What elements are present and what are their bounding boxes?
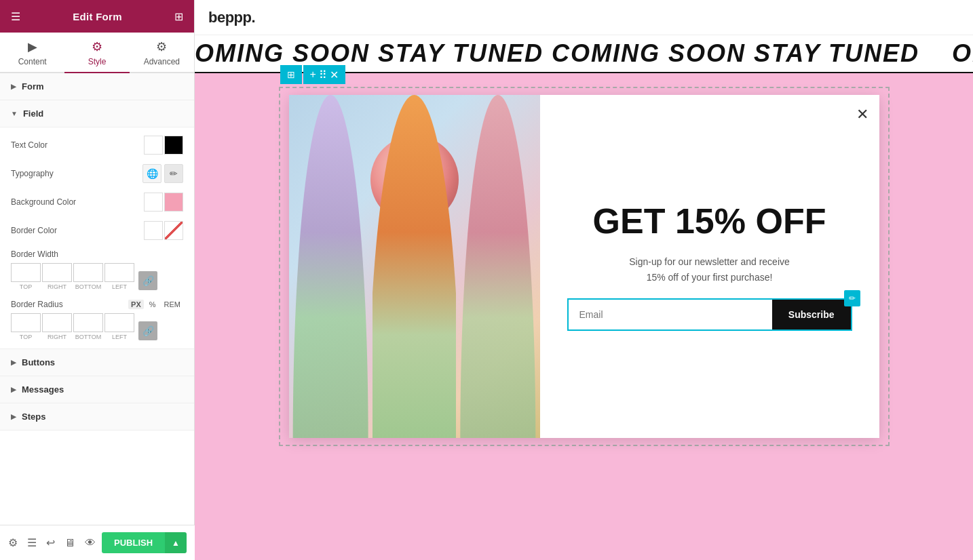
style-icon: ⚙ — [92, 39, 102, 54]
border-width-section: Border Width TOP RIGHT BOTTOM — [11, 249, 183, 290]
border-radius-link-btn[interactable]: 🔗 — [138, 321, 157, 340]
email-form-wrapper: Subscribe ✏ — [567, 298, 852, 331]
text-color-swatch-white[interactable] — [144, 136, 163, 155]
border-width-link-btn[interactable]: 🔗 — [138, 271, 157, 290]
bg-color-swatch-pink[interactable] — [164, 193, 183, 212]
typography-label: Typography — [11, 169, 142, 178]
field-section-body: Text Color Typography 🌐 ✏ Background Col… — [0, 127, 194, 349]
grid-icon[interactable]: ⊞ — [174, 10, 183, 23]
border-width-bottom-input[interactable] — [73, 263, 103, 282]
border-radius-right-input[interactable] — [42, 313, 72, 332]
border-color-swatches — [144, 221, 183, 240]
border-width-right-group: RIGHT — [42, 263, 72, 290]
section-messages-label: Messages — [22, 384, 64, 395]
border-width-label: Border Width — [11, 249, 183, 259]
form-edit-icon[interactable]: ✏ — [844, 290, 860, 306]
drag-icon: ⠿ — [319, 68, 327, 81]
panel-footer: ⚙ ☰ ↩ 🖥 👁 PUBLISH ▲ — [0, 525, 195, 560]
section-field-label: Field — [23, 108, 43, 119]
settings-icon[interactable]: ⚙ — [8, 536, 18, 549]
popup-subtext-line2: 15% off of your first purchase! — [647, 272, 773, 283]
border-radius-right-group: RIGHT — [42, 313, 72, 340]
popup-image — [289, 95, 540, 438]
typography-row: Typography 🌐 ✏ — [11, 164, 183, 183]
widget-toolbar: ⊞ + ⠿ ✕ — [280, 65, 345, 84]
site-topbar: beppp. — [195, 0, 973, 35]
border-width-bottom-group: BOTTOM — [73, 263, 103, 290]
desktop-icon[interactable]: 🖥 — [64, 537, 75, 549]
text-color-swatch-black[interactable] — [164, 136, 183, 155]
border-radius-left-input[interactable] — [104, 313, 134, 332]
footer-icons: ⚙ ☰ ↩ 🖥 👁 — [8, 536, 96, 549]
border-top-label: TOP — [20, 283, 32, 290]
border-bottom-label: BOTTOM — [75, 283, 101, 290]
person-right — [456, 95, 539, 438]
person-left — [289, 95, 373, 438]
border-right-label: RIGHT — [47, 283, 66, 290]
section-steps-label: Steps — [22, 412, 45, 422]
tab-content[interactable]: ▶ Content — [0, 33, 64, 73]
messages-arrow-icon: ▶ — [11, 386, 16, 393]
publish-arrow-button[interactable]: ▲ — [165, 532, 187, 553]
section-buttons-label: Buttons — [22, 357, 55, 367]
site-logo: beppp. — [208, 9, 255, 26]
subscribe-button[interactable]: Subscribe — [772, 300, 851, 329]
publish-button[interactable]: PUBLISH — [102, 532, 165, 553]
border-width-left-group: LEFT — [104, 263, 134, 290]
popup-headline: GET 15% OFF — [593, 202, 826, 241]
layers-icon[interactable]: ☰ — [27, 536, 37, 549]
tab-advanced[interactable]: ⚙ Advanced — [130, 33, 194, 73]
widget-move-btn[interactable]: + ⠿ ✕ — [303, 65, 345, 84]
popup-subtext: Sign-up for our newsletter and receive 1… — [629, 254, 790, 285]
person-center — [373, 95, 456, 438]
main-content: ⊞ + ⠿ ✕ ✕ — [195, 73, 973, 560]
border-width-left-input[interactable] — [104, 263, 134, 282]
steps-arrow-icon: ▶ — [11, 413, 16, 420]
radius-left-label: LEFT — [112, 334, 127, 340]
border-radius-header: Border Radius PX % REM — [11, 300, 183, 309]
content-icon: ▶ — [28, 39, 37, 54]
section-form-label: Form — [22, 81, 44, 92]
border-width-top-group: TOP — [11, 263, 41, 290]
px-unit-btn[interactable]: PX — [128, 300, 144, 309]
section-form[interactable]: ▶ Form — [0, 73, 194, 100]
panel-tabs: ▶ Content ⚙ Style ⚙ Advanced — [0, 33, 194, 73]
email-input[interactable] — [569, 300, 772, 329]
border-color-swatch-red[interactable] — [164, 221, 183, 240]
typography-globe-btn[interactable]: 🌐 — [142, 164, 161, 183]
section-field[interactable]: ▼ Field — [0, 100, 194, 127]
border-radius-label: Border Radius — [11, 300, 128, 309]
panel-content: ▶ Form ▼ Field Text Color Typography 🌐 — [0, 73, 194, 560]
people-group — [289, 95, 540, 438]
typography-edit-btn[interactable]: ✏ — [164, 164, 183, 183]
buttons-arrow-icon: ▶ — [11, 359, 16, 366]
form-arrow-icon: ▶ — [11, 83, 16, 90]
radius-bottom-label: BOTTOM — [75, 334, 101, 340]
border-width-right-input[interactable] — [42, 263, 72, 282]
bg-color-swatch-white[interactable] — [144, 193, 163, 212]
tab-content-label: Content — [18, 57, 47, 66]
border-color-swatch-white[interactable] — [144, 221, 163, 240]
history-icon[interactable]: ↩ — [46, 536, 55, 549]
section-steps[interactable]: ▶ Steps — [0, 403, 194, 431]
tab-style[interactable]: ⚙ Style — [64, 33, 129, 73]
border-radius-top-input[interactable] — [11, 313, 41, 332]
section-buttons[interactable]: ▶ Buttons — [0, 349, 194, 376]
section-messages[interactable]: ▶ Messages — [0, 376, 194, 403]
bg-color-swatches — [144, 193, 183, 212]
marquee-text: OMING SOON STAY TUNED COMING SOON STAY T… — [195, 39, 973, 68]
popup-close-btn[interactable]: ✕ — [856, 106, 869, 123]
rem2-unit-btn[interactable]: REM — [161, 300, 183, 309]
panel-header: ☰ Edit Form ⊞ — [0, 0, 194, 33]
border-radius-bottom-group: BOTTOM — [73, 313, 103, 340]
border-radius-bottom-input[interactable] — [73, 313, 103, 332]
border-width-top-input[interactable] — [11, 263, 41, 282]
menu-icon[interactable]: ☰ — [11, 10, 20, 23]
border-radius-section: Border Radius PX % REM TOP RIGHT — [11, 300, 183, 340]
widget-grid-btn[interactable]: ⊞ — [280, 65, 302, 84]
rem-unit-btn: % — [147, 300, 159, 309]
eye-icon[interactable]: 👁 — [85, 537, 96, 549]
border-radius-left-group: LEFT — [104, 313, 134, 340]
typography-controls: 🌐 ✏ — [142, 164, 183, 183]
border-color-row: Border Color — [11, 221, 183, 240]
